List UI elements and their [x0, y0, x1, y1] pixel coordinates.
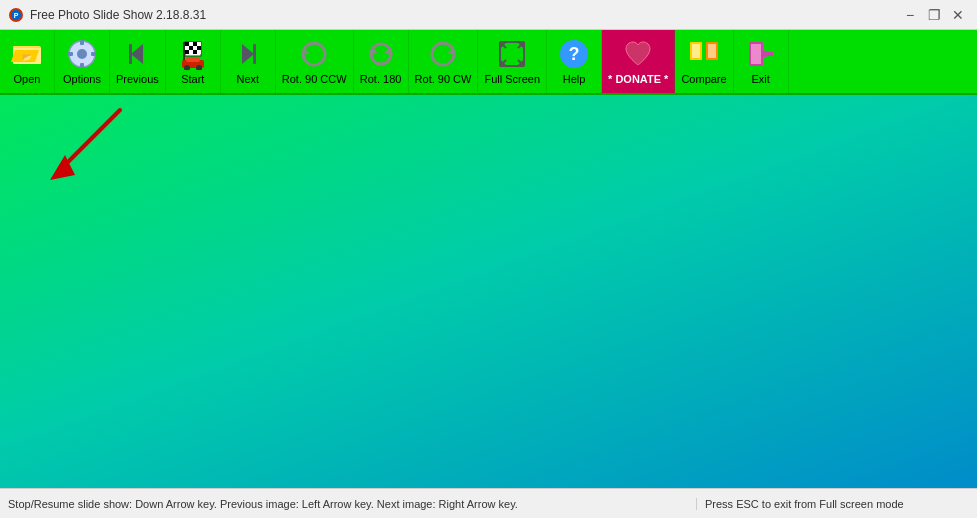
svg-rect-28	[193, 50, 197, 54]
start-icon	[177, 38, 209, 70]
donate-label: * DONATE *	[608, 73, 668, 85]
svg-marker-37	[371, 48, 378, 56]
donate-icon	[622, 38, 654, 70]
fullscreen-icon	[496, 38, 528, 70]
previous-label: Previous	[116, 73, 159, 85]
svg-text:?: ?	[569, 44, 580, 64]
next-icon	[232, 38, 264, 70]
open-label: Open	[14, 73, 41, 85]
svg-rect-10	[80, 40, 84, 45]
exit-label: Exit	[751, 73, 769, 85]
svg-rect-13	[91, 52, 96, 56]
rot-cw-icon	[427, 38, 459, 70]
svg-rect-52	[692, 44, 700, 58]
svg-marker-38	[384, 48, 391, 56]
options-icon	[66, 38, 98, 70]
window-title: Free Photo Slide Show 2.18.8.31	[30, 8, 899, 22]
window-controls: − ❐ ✕	[899, 4, 969, 26]
app-icon: P	[8, 7, 24, 23]
compare-label: Compare	[681, 73, 726, 85]
rot-ccw-icon	[298, 38, 330, 70]
svg-line-59	[60, 110, 120, 170]
exit-button[interactable]: Exit	[734, 30, 789, 93]
svg-rect-35	[253, 44, 256, 64]
svg-rect-29	[197, 50, 201, 54]
svg-rect-26	[185, 50, 189, 54]
svg-point-9	[77, 49, 87, 59]
status-right-text: Press ESC to exit from Full screen mode	[697, 498, 977, 510]
svg-rect-21	[197, 42, 201, 46]
rot-ccw-button[interactable]: Rot. 90 CCW	[276, 30, 354, 93]
status-bar: Stop/Resume slide show: Down Arrow key. …	[0, 488, 977, 518]
svg-rect-24	[193, 46, 197, 50]
svg-rect-12	[68, 52, 73, 56]
svg-rect-22	[185, 46, 189, 50]
minimize-button[interactable]: −	[899, 4, 921, 26]
start-button[interactable]: Start	[166, 30, 221, 93]
rot-ccw-label: Rot. 90 CCW	[282, 73, 347, 85]
svg-rect-23	[189, 46, 193, 50]
svg-rect-20	[193, 42, 197, 46]
help-label: Help	[563, 73, 586, 85]
restore-button[interactable]: ❐	[923, 4, 945, 26]
svg-rect-25	[197, 46, 201, 50]
open-button[interactable]: 📂 Open	[0, 30, 55, 93]
donate-button[interactable]: * DONATE *	[602, 30, 675, 93]
help-button[interactable]: ? Help	[547, 30, 602, 93]
svg-marker-14	[131, 44, 143, 64]
svg-rect-56	[751, 44, 761, 64]
rot-180-label: Rot. 180	[360, 73, 402, 85]
compare-button[interactable]: Compare	[675, 30, 733, 93]
svg-text:P: P	[14, 12, 19, 19]
fullscreen-label: Full Screen	[484, 73, 540, 85]
rot-cw-button[interactable]: Rot. 90 CW	[409, 30, 479, 93]
svg-rect-11	[80, 63, 84, 68]
svg-rect-19	[189, 42, 193, 46]
toolbar: 📂 Open Options Previous	[0, 30, 977, 95]
help-icon: ?	[558, 38, 590, 70]
next-label: Next	[236, 73, 259, 85]
options-button[interactable]: Options	[55, 30, 110, 93]
svg-rect-54	[708, 44, 716, 58]
options-label: Options	[63, 73, 101, 85]
svg-text:📂: 📂	[22, 52, 32, 62]
svg-rect-31	[186, 57, 200, 62]
rot-180-button[interactable]: Rot. 180	[354, 30, 409, 93]
start-label: Start	[181, 73, 204, 85]
exit-icon	[745, 38, 777, 70]
svg-rect-15	[129, 44, 132, 64]
status-left-text: Stop/Resume slide show: Down Arrow key. …	[0, 498, 697, 510]
previous-icon	[121, 38, 153, 70]
next-button[interactable]: Next	[221, 30, 276, 93]
svg-rect-58	[763, 52, 773, 56]
rot-cw-label: Rot. 90 CW	[415, 73, 472, 85]
red-arrow	[40, 100, 140, 204]
close-button[interactable]: ✕	[947, 4, 969, 26]
fullscreen-button[interactable]: Full Screen	[478, 30, 547, 93]
svg-rect-18	[185, 42, 189, 46]
svg-marker-34	[242, 44, 254, 64]
rot-180-icon	[365, 38, 397, 70]
compare-icon	[688, 38, 720, 70]
svg-rect-27	[189, 50, 193, 54]
open-icon: 📂	[11, 38, 43, 70]
previous-button[interactable]: Previous	[110, 30, 166, 93]
title-bar: P Free Photo Slide Show 2.18.8.31 − ❐ ✕	[0, 0, 977, 30]
